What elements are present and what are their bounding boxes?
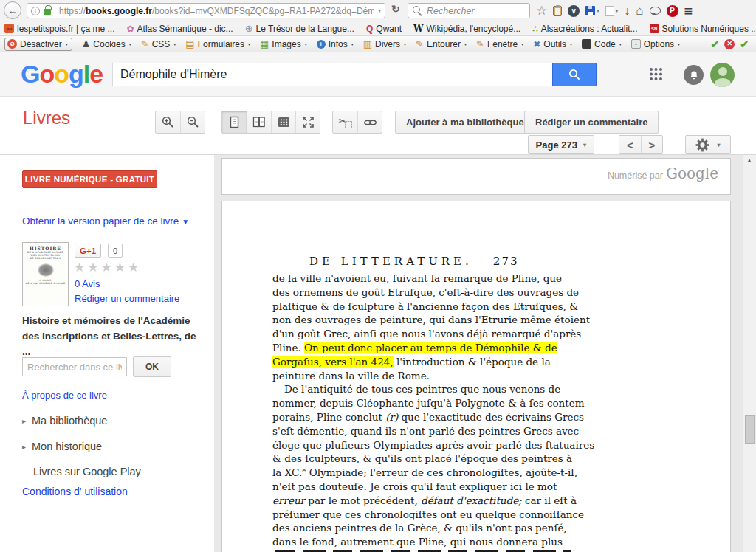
scroll-up-icon[interactable]: ▲: [746, 157, 752, 164]
bookmark-lespetitspois[interactable]: pplespetitspois.fr | ça me ...: [4, 24, 115, 34]
bookmark-tresor-langue[interactable]: ⊕Le Trésor de la Langue...: [245, 24, 354, 34]
reviews-count-link[interactable]: 0 Avis: [75, 278, 100, 289]
bookmark-alsacreations[interactable]: ∴Alsacréations : Actualit...: [532, 24, 637, 34]
write-review-button[interactable]: Rédiger un commentaire: [524, 111, 659, 134]
fullscreen-button[interactable]: [295, 111, 320, 133]
star-icon[interactable]: ★: [114, 261, 128, 275]
about-this-book-link[interactable]: À propos de ce livre: [22, 390, 107, 401]
devbar-images-icon: ▦: [260, 39, 269, 49]
book-cover-thumbnail[interactable]: HISTOIREDE L'ACADÉMIE ROYALEDES INSCRIPT…: [22, 242, 69, 306]
devbar-formulaires-label: Formulaires: [198, 39, 244, 49]
page-text-line: peinture dans la ville de Rome.: [272, 369, 597, 383]
addon-health-icon: [605, 6, 614, 16]
pinterest-button[interactable]: P: [667, 5, 678, 17]
zoom-out-button[interactable]: [180, 111, 205, 133]
page-number: 273: [493, 255, 519, 268]
gplus-one-button[interactable]: G+1: [75, 244, 101, 258]
sidebar: LIVRE NUMÉRIQUE - GRATUIT Obtenir la ver…: [0, 155, 214, 552]
previous-page-button[interactable]: <: [619, 136, 641, 153]
text-segment: par le mot précédent,: [305, 494, 421, 506]
save-page-dropdown-icon[interactable]: ▾: [597, 8, 599, 14]
addon-health-dropdown-icon[interactable]: ▾: [616, 8, 619, 14]
sidebar-item-ma-bibliotheque[interactable]: ▸Ma bibliothèque: [22, 415, 107, 427]
back-button[interactable]: ←: [4, 1, 21, 19]
two-page-view-button[interactable]: [247, 111, 271, 133]
url-history-dropdown-icon[interactable]: ▾: [378, 7, 381, 14]
devbar-cookies[interactable]: ♟Cookies▾: [82, 39, 131, 49]
zoom-out-icon: [187, 116, 199, 128]
reader-clipboard-button[interactable]: [553, 6, 562, 16]
rating-stars[interactable]: ★★★★★: [74, 260, 141, 275]
bookmark-wikipedia[interactable]: WWikipédia, l'encyclopé...: [413, 24, 520, 34]
google-logo[interactable]: Google: [21, 60, 103, 89]
write-review-link[interactable]: Rédiger un commentaire: [75, 293, 179, 304]
devbar-cookies-label: Cookies: [93, 39, 125, 49]
ok-button[interactable]: OK: [133, 356, 171, 377]
star-icon[interactable]: ★: [128, 261, 141, 275]
devbar-fenetre[interactable]: ✎Fenêtre▾: [476, 39, 523, 49]
forum-bubble-button[interactable]: [650, 7, 661, 15]
bookmark-atlas-semantique[interactable]: ✿Atlas Sémantique - dic...: [127, 24, 233, 34]
sidebar-item-mon-historique[interactable]: ▸Mon historique: [22, 441, 102, 452]
downloads-button[interactable]: ↓: [624, 5, 630, 17]
pocket-icon: ∨: [568, 5, 580, 17]
home-button[interactable]: ⌂: [636, 4, 643, 17]
search-in-book-input[interactable]: [22, 357, 127, 376]
devbar-outils-icon: ✖: [533, 40, 540, 49]
menu-button[interactable]: ≡: [684, 4, 693, 18]
devbar-images[interactable]: ▦Images▾: [260, 39, 307, 49]
book-page[interactable]: DE LITTERATURE. 273 de la ville n'avoien…: [221, 201, 731, 552]
devbar-outils[interactable]: ✖Outils▾: [533, 39, 572, 49]
bookmark-solutions-numeriques[interactable]: SNSolutions Numériques ...: [650, 24, 756, 34]
account-avatar[interactable]: [710, 63, 735, 87]
sidebar-item-livres-google-play[interactable]: Livres sur Google Play: [22, 466, 141, 477]
addon-health-button[interactable]: ▾: [605, 6, 619, 16]
star-icon[interactable]: ★: [87, 261, 100, 275]
page-text-line: dans le fond, autrement que Pline, qui n…: [272, 535, 597, 549]
clip-button[interactable]: ✂: [333, 111, 357, 133]
free-ebook-button[interactable]: LIVRE NUMÉRIQUE - GRATUIT: [22, 170, 157, 188]
add-to-library-button[interactable]: Ajouter à ma bibliothèque: [395, 111, 535, 134]
devbar-css[interactable]: ✎CSS▾: [141, 39, 176, 49]
devbar-desactiver[interactable]: ⊘Désactiver▾: [4, 38, 72, 51]
page-text-line: d'un goût Grec, ainſi que nous l'avons d…: [272, 327, 597, 341]
page-text-line: préſumer que ces chronologiſtes ont eu q…: [272, 508, 597, 522]
url-bar[interactable]: i https://books.google.fr/books?id=mvQXM…: [27, 3, 385, 18]
page-info-icon[interactable]: i: [31, 7, 40, 15]
settings-button[interactable]: ▾: [685, 135, 731, 154]
star-icon[interactable]: ★: [74, 261, 87, 275]
bookmark-wikipedia-label: Wikipédia, l'encyclopé...: [426, 24, 520, 34]
reload-button[interactable]: ↻: [391, 3, 400, 15]
next-page-button[interactable]: >: [641, 136, 662, 153]
bookmark-star-button[interactable]: ☆: [536, 4, 547, 17]
devbar-infos[interactable]: iInfos▾: [317, 39, 354, 49]
notifications-bell-icon[interactable]: [684, 65, 704, 85]
scrollbar-thumb[interactable]: [745, 415, 755, 444]
terms-of-use-link[interactable]: Conditions d' utilisation: [22, 486, 128, 497]
devbar-divers[interactable]: ▥Divers▾: [363, 39, 406, 49]
page-text: de la ville n'avoient eu, ſuivant la rem…: [272, 272, 597, 549]
devbar-code[interactable]: Code▾: [582, 39, 622, 49]
scrollbar[interactable]: ▲: [743, 155, 756, 552]
devbar-formulaires[interactable]: ▤Formulaires▾: [185, 39, 250, 49]
browser-search-box[interactable]: Rechercher: [408, 3, 530, 18]
product-name[interactable]: Livres: [23, 108, 70, 128]
bookmark-qwant[interactable]: QQwant: [366, 24, 402, 34]
get-print-version-link[interactable]: Obtenir la version papier de ce livre ▼: [22, 215, 189, 227]
devbar-options[interactable]: ▪Options▾: [631, 39, 680, 49]
google-apps-icon[interactable]: [650, 68, 664, 82]
pocket-button[interactable]: ∨: [568, 5, 580, 17]
save-page-button[interactable]: ▾: [585, 6, 599, 15]
page-select-button[interactable]: Page 273 ▾: [528, 135, 594, 154]
star-icon[interactable]: ★: [101, 261, 114, 275]
page-text-line: la XC.ᵉ Olympiade; l'erreur de ces chron…: [272, 466, 597, 480]
zoom-in-button[interactable]: [156, 111, 180, 133]
link-button[interactable]: [357, 111, 382, 133]
url-text[interactable]: https://books.google.fr/books?id=mvQXMDF…: [59, 6, 374, 16]
search-button[interactable]: [552, 63, 597, 86]
devbar-entourer[interactable]: ✎Entourer▾: [416, 39, 467, 49]
single-page-view-button[interactable]: [222, 111, 247, 133]
zoom-button-group: [155, 111, 205, 134]
thumbnail-view-button[interactable]: [271, 111, 295, 133]
books-search-input[interactable]: [112, 63, 552, 86]
